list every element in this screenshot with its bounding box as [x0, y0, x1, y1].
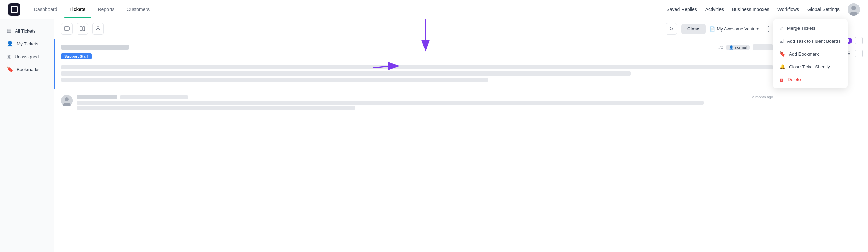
layout-view-btn[interactable] [77, 23, 88, 35]
ticket-item-header: #2 👤 normal [61, 44, 773, 50]
top-navigation: Dashboard Tickets Reports Customers Save… [0, 0, 868, 19]
bookmarks-icon: 🔖 [7, 66, 13, 72]
dropdown-add-bookmark-label: Add Bookmark [789, 51, 819, 57]
svg-rect-6 [80, 27, 82, 31]
kebab-menu-btn[interactable]: ⋮ [764, 24, 773, 34]
sidebar-label-unassigned: Unassigned [15, 54, 39, 59]
dropdown-add-task[interactable]: ☑ Add Task to Fluent Boards [773, 35, 848, 47]
nav-workflows[interactable]: Workflows [777, 7, 799, 12]
main-layout: ▤ All Tickets 👤 My Tickets ◎ Unassigned … [0, 19, 868, 252]
reply-avatar [61, 95, 73, 106]
dropdown-menu: ⤢ Merge Tickets ☑ Add Task to Fluent Boa… [773, 19, 848, 88]
sidebar: ▤ All Tickets 👤 My Tickets ◎ Unassigned … [0, 19, 54, 252]
nav-activities[interactable]: Activities [705, 7, 724, 12]
ticket-title [61, 45, 129, 50]
ticket-number: #2 [718, 45, 723, 50]
ticket-status-badge: 👤 normal [726, 45, 750, 50]
svg-rect-3 [64, 27, 69, 30]
sidebar-item-all-tickets[interactable]: ▤ All Tickets [0, 24, 54, 37]
merge-tickets-icon: ⤢ [779, 25, 784, 31]
my-tickets-icon: 👤 [7, 41, 13, 47]
nav-global-settings[interactable]: Global Settings [807, 7, 840, 12]
nav-business-inboxes[interactable]: Business Inboxes [732, 7, 769, 12]
inbox-name: My Awesome Venture [717, 26, 760, 31]
ticket-item-1: #2 👤 normal Support Staff [54, 39, 780, 89]
unassigned-icon: ◎ [7, 54, 11, 60]
refresh-btn[interactable]: ↻ [666, 23, 677, 35]
sidebar-label-all-tickets: All Tickets [15, 28, 36, 34]
svg-rect-7 [83, 27, 85, 31]
reply-name-row: a month ago [77, 95, 773, 99]
nav-links: Dashboard Tickets Reports Customers [28, 4, 666, 15]
dropdown-close-silently-label: Close Ticket Silently [789, 64, 830, 69]
nav-right: Saved Replies Activities Business Inboxe… [666, 3, 860, 16]
dropdown-add-task-label: Add Task to Fluent Boards [787, 39, 841, 44]
delete-icon: 🗑 [779, 77, 784, 82]
sidebar-item-bookmarks[interactable]: 🔖 Bookmarks [0, 63, 54, 76]
reply-item: a month ago [54, 89, 780, 117]
ticket-list: #2 👤 normal Support Staff [54, 39, 780, 252]
inbox-label: 📄 My Awesome Venture [710, 26, 760, 31]
nav-dashboard[interactable]: Dashboard [28, 4, 63, 15]
support-staff-badge: Support Staff [61, 53, 92, 59]
add-task-icon: ☑ [779, 38, 784, 44]
ticket-active-bar [54, 39, 55, 89]
sidebar-item-my-tickets[interactable]: 👤 My Tickets [0, 37, 54, 50]
ticket-meta: #2 👤 normal [718, 44, 773, 50]
inbox-icon: 📄 [710, 26, 715, 31]
dropdown-delete[interactable]: 🗑 Delete [773, 73, 848, 86]
dropdown-add-bookmark[interactable]: 🔖 Add Bookmark [773, 47, 848, 60]
user-avatar[interactable] [848, 3, 860, 16]
sidebar-item-unassigned[interactable]: ◎ Unassigned [0, 50, 54, 63]
reply-time: a month ago [752, 95, 773, 99]
reply-body: a month ago [77, 95, 773, 111]
svg-point-1 [851, 6, 856, 10]
nav-saved-replies[interactable]: Saved Replies [666, 7, 697, 12]
close-ticket-btn[interactable]: Close [681, 24, 705, 34]
dropdown-merge-label: Merge Tickets [787, 26, 815, 31]
nav-reports[interactable]: Reports [93, 4, 120, 15]
dropdown-merge-tickets[interactable]: ⤢ Merge Tickets [773, 22, 848, 35]
dropdown-close-silently[interactable]: 🔔 Close Ticket Silently [773, 60, 848, 73]
svg-point-8 [97, 27, 99, 29]
reply-name [77, 95, 117, 99]
sidebar-label-my-tickets: My Tickets [17, 41, 38, 46]
sidebar-label-bookmarks: Bookmarks [17, 67, 40, 72]
ticket-toolbar: ↻ Close 📄 My Awesome Venture ⋮ [54, 19, 780, 39]
close-silently-icon: 🔔 [779, 64, 786, 70]
add-bookmark-icon: 🔖 [779, 51, 786, 57]
nav-customers[interactable]: Customers [121, 4, 155, 15]
main-content: ↻ Close 📄 My Awesome Venture ⋮ #2 👤 [54, 19, 780, 252]
right-panel-more-btn[interactable]: ··· [857, 24, 863, 31]
svg-point-10 [65, 97, 69, 101]
nav-tickets[interactable]: Tickets [64, 4, 91, 15]
chat-view-btn[interactable] [61, 23, 73, 35]
logo[interactable] [8, 3, 20, 16]
add-section-btn[interactable]: + [855, 50, 863, 57]
person-view-btn[interactable] [92, 23, 104, 35]
all-tickets-icon: ▤ [7, 28, 12, 34]
add-subscriber-btn[interactable]: + [855, 37, 863, 44]
dropdown-delete-label: Delete [788, 77, 801, 82]
